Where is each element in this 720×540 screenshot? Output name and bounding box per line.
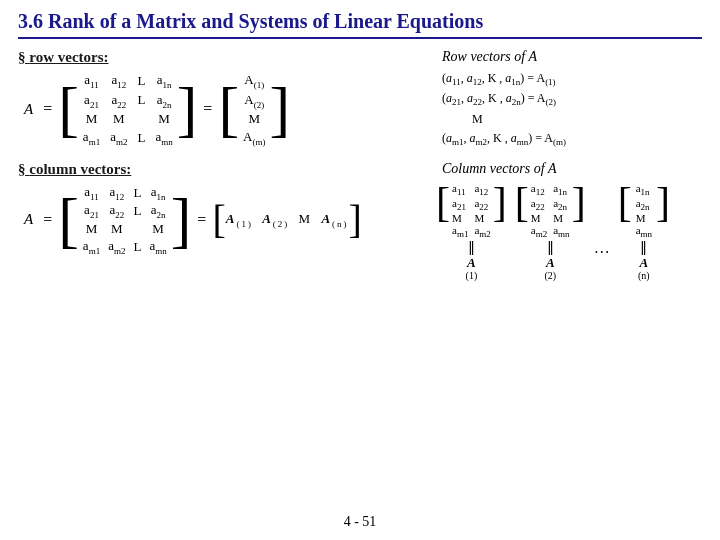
col-arrow-2: ‖ A(2) <box>544 240 556 281</box>
row-vec-def-2: (a21, a22, K , a2n) = A(2) <box>442 91 702 107</box>
col-vectors-label: column vectors: <box>18 161 432 178</box>
equals-col: = <box>43 211 52 229</box>
row-vectors-title: Row vectors of A <box>432 49 702 65</box>
matrix-cells: a11 a12 L a1n a21 a22 L a2n M M M am1 am <box>79 70 177 149</box>
page: 3.6 Rank of a Matrix and Systems of Line… <box>0 0 720 540</box>
col-vec-bracket-right: ] <box>349 200 362 240</box>
bracket-right: ] <box>177 70 198 149</box>
row-vec-m: M <box>442 112 702 127</box>
row-vector-cells: A(1) A(2) M A(m) <box>239 70 269 149</box>
col-vec-bracket-left: [ <box>212 200 225 240</box>
bracket-left-2: [ <box>218 70 239 149</box>
row-vector-column: [ A(1) A(2) M A(m) ] <box>218 70 290 149</box>
col-matrix-A: [ a11 a12 L a1n a21 a22 L a2n M M M <box>58 182 191 258</box>
col-bracket-left: [ <box>58 182 79 258</box>
page-number: 4 - 51 <box>344 514 377 530</box>
col-matrix-1: [ a11 a12 a21 a22 M M am1 am2 ] <box>436 181 507 241</box>
col-arrow-1: ‖ A(1) <box>466 240 478 281</box>
equals-sign: = <box>43 100 52 118</box>
col-vectors-annotation: Column vectors of A [ a11 a12 a21 a22 M … <box>432 161 702 281</box>
bracket-left: [ <box>58 70 79 149</box>
matrix-A: [ a11 a12 L a1n a21 a22 L a2n M M M <box>58 70 197 149</box>
row-vectors-label: row vectors: <box>18 49 432 66</box>
matrix-A-label-col: A <box>24 211 33 228</box>
row-vectors-annotation: Row vectors of A (a11, a12, K , a1n) = A… <box>432 49 702 147</box>
equals-sign-2: = <box>203 100 212 118</box>
bracket-right-2: ] <box>269 70 290 149</box>
col-bracket-right: ] <box>171 182 192 258</box>
matrix-A-label: A <box>24 101 33 118</box>
col-arrow-n: ‖ A(n) <box>638 240 650 281</box>
col-ellipsis: … <box>594 239 610 257</box>
col-matrix-2: [ a12 a1n a22 a2n M M am2 amn ] <box>515 181 586 241</box>
col-vectors-title: Column vectors of A <box>432 161 702 177</box>
col-matrix-cells: a11 a12 L a1n a21 a22 L a2n M M M am1 am <box>79 182 171 258</box>
row-vec-def-1: (a11, a12, K , a1n) = A(1) <box>442 71 702 87</box>
page-title: 3.6 Rank of a Matrix and Systems of Line… <box>18 10 702 39</box>
col-vec-labels: A(1) A(2) M A(n) <box>226 211 349 229</box>
row-vec-def-m: (am1, am2, K , amn) = A(m) <box>442 131 702 147</box>
equals-col-2: = <box>197 211 206 229</box>
col-matrix-3: [ a1n a2n M amn ] <box>618 181 670 241</box>
